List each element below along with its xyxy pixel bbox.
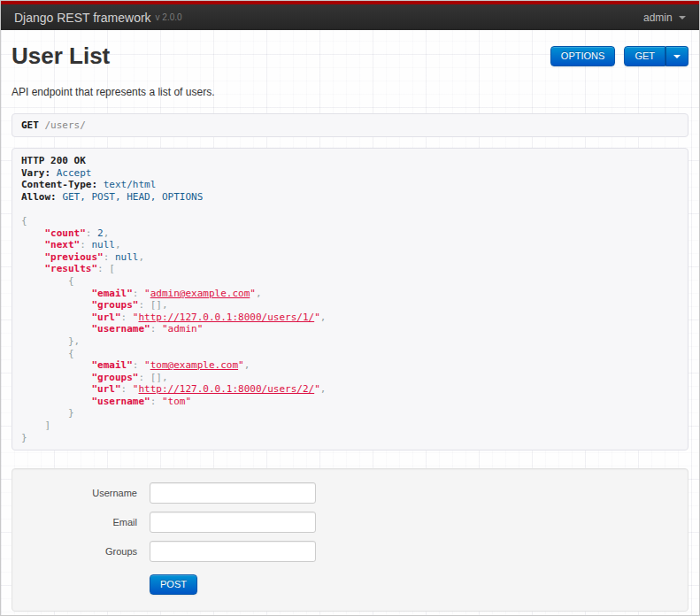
json-link[interactable]: admin@example.com	[150, 288, 250, 299]
user-dropdown-label: admin	[643, 12, 673, 24]
chevron-down-icon	[673, 55, 681, 58]
user-dropdown[interactable]: admin	[643, 12, 686, 24]
options-button[interactable]: OPTIONS	[550, 46, 616, 66]
brand-version: v 2.0.0	[156, 12, 182, 22]
brand-title[interactable]: Django REST framework	[14, 11, 151, 25]
request-method: GET	[21, 119, 39, 131]
endpoint-description: API endpoint that represents a list of u…	[12, 86, 688, 98]
post-button[interactable]: POST	[150, 574, 197, 595]
get-split-button: GET	[624, 46, 688, 66]
action-buttons: OPTIONS GET	[550, 46, 688, 66]
json-link[interactable]: tom@example.com	[150, 359, 238, 371]
form-actions: POST	[150, 574, 674, 595]
get-button[interactable]: GET	[624, 46, 665, 66]
json-link[interactable]: http://127.0.0.1:8000/users/2/	[138, 383, 314, 395]
groups-field[interactable]	[150, 541, 316, 562]
email-label: Email	[26, 517, 137, 527]
form-row: Groups	[26, 541, 674, 562]
response-body: HTTP 200 OK Vary: Accept Content-Type: t…	[12, 148, 688, 450]
get-format-dropdown[interactable]	[665, 46, 688, 66]
email-field[interactable]	[150, 512, 316, 533]
request-path: /users/	[45, 119, 86, 131]
username-field[interactable]	[150, 482, 316, 504]
page-title: User List	[12, 42, 110, 69]
json-link[interactable]: http://127.0.0.1:8000/users/1/	[138, 312, 314, 323]
post-form: Username Email Groups POST	[12, 468, 688, 612]
request-line: GET /users/	[12, 113, 688, 137]
navbar: Django REST framework v 2.0.0 admin	[1, 1, 699, 30]
browser-page: Django REST framework v 2.0.0 admin User…	[0, 0, 700, 616]
form-row: Username	[26, 482, 674, 504]
form-row: Email	[26, 512, 674, 533]
chevron-down-icon	[679, 16, 686, 19]
title-row: User List OPTIONS GET	[12, 42, 688, 69]
username-label: Username	[26, 488, 137, 498]
groups-label: Groups	[26, 546, 137, 557]
